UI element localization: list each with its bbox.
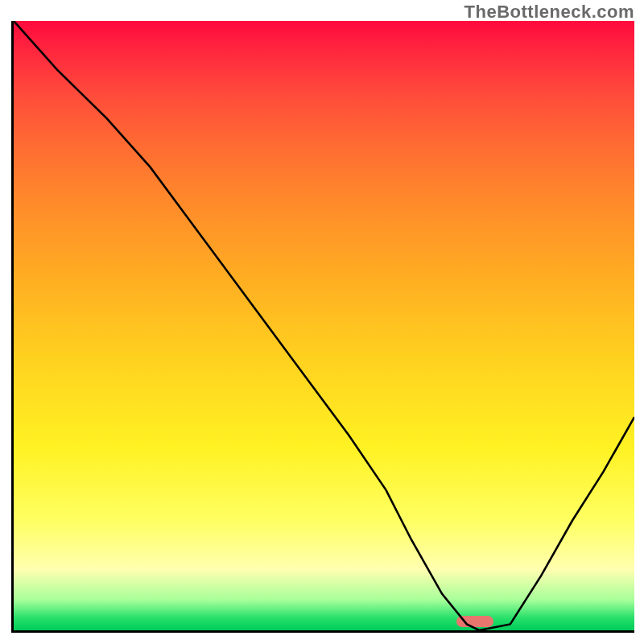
watermark-text: TheBottleneck.com	[464, 2, 634, 23]
bottleneck-curve-svg	[14, 21, 634, 630]
bottleneck-curve-line	[14, 21, 634, 630]
chart-plot-area	[11, 21, 634, 633]
